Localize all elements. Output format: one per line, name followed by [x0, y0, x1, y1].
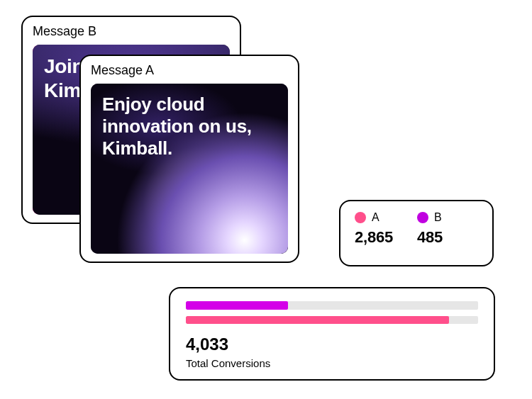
legend-label-a: A — [372, 211, 379, 224]
legend-col-b: B 485 — [417, 211, 443, 257]
legend-dot-b — [417, 212, 428, 223]
message-card-a-title: Message A — [91, 63, 288, 78]
message-card-b-title: Message B — [33, 24, 230, 39]
legend-dot-a — [355, 212, 366, 223]
conversions-bar-purple-fill — [186, 301, 288, 310]
conversions-bar-pink-track — [186, 316, 478, 325]
legend-value-a: 2,865 — [355, 228, 393, 247]
legend-label-b: B — [434, 211, 442, 224]
legend-card: A 2,865 B 485 — [339, 200, 494, 266]
legend-row-b: B — [417, 211, 443, 224]
conversions-total-label: Total Conversions — [186, 357, 478, 369]
message-a-hero: Enjoy cloud innovation on us, Kimball. — [91, 84, 288, 254]
conversions-bar-purple-track — [186, 301, 478, 310]
legend-col-a: A 2,865 — [355, 211, 393, 257]
conversions-card: 4,033 Total Conversions — [169, 287, 495, 381]
legend-row-a: A — [355, 211, 393, 224]
legend-value-b: 485 — [417, 228, 443, 247]
message-a-hero-text: Enjoy cloud innovation on us, Kimball. — [102, 94, 277, 160]
conversions-total-value: 4,033 — [186, 335, 478, 354]
message-card-a: Message A Enjoy cloud innovation on us, … — [79, 55, 299, 263]
conversions-bar-pink-fill — [186, 316, 449, 325]
